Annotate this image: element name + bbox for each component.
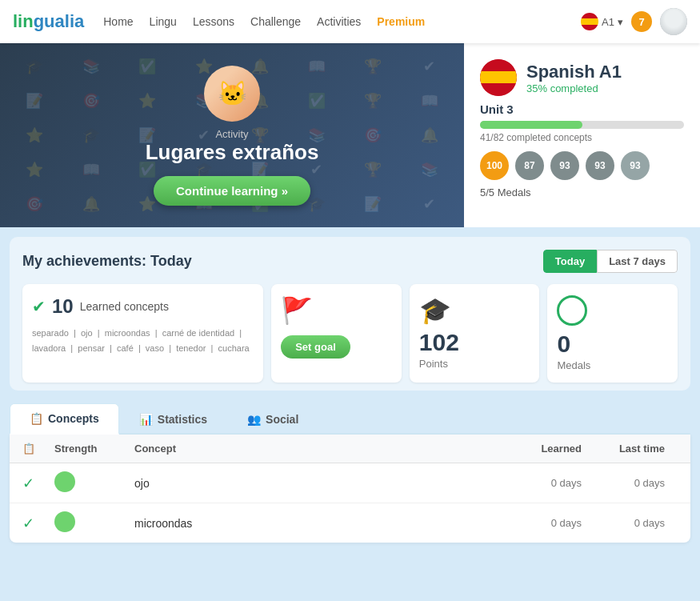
row-strength-ojo (54, 471, 134, 495)
statistics-tab-label: Statistics (158, 413, 207, 426)
medals-label: 5/5 Medals (480, 186, 531, 198)
bg-icon: ✔ (403, 51, 457, 82)
learned-count: 10 (52, 295, 74, 318)
navigation: lingualia Home Lingu Lessons Challenge A… (0, 0, 700, 43)
time-filter-tabs: Today Last 7 days (543, 250, 678, 273)
learned-header: ✔ 10 Learned concepts (32, 295, 169, 318)
medals-row: 100 87 93 93 93 5/5 Medals (480, 151, 684, 198)
medal-87: 87 (515, 151, 544, 180)
activity-title: Lugares extraños (146, 140, 319, 165)
nav-lingu[interactable]: Lingu (150, 15, 177, 28)
tab-social[interactable]: 👥 Social (227, 403, 318, 435)
header-check: 📋 (22, 443, 54, 455)
tab-statistics[interactable]: 📊 Statistics (119, 403, 227, 435)
book-icon: 📋 (22, 443, 35, 455)
progress-bar-bg (480, 121, 684, 129)
level-label: A1 (602, 16, 614, 28)
bg-icon: 🏆 (346, 86, 400, 117)
strength-dot-full (54, 511, 75, 532)
bg-icon: 🎓 (65, 120, 118, 151)
learned-label: Learned concepts (80, 300, 169, 313)
achievements-section: My achievements: Today Today Last 7 days… (10, 237, 690, 391)
course-info: Spanish A1 35% completed (526, 62, 622, 94)
bg-icon: 🔔 (65, 188, 118, 219)
circle-icon (557, 295, 587, 326)
course-flag (480, 59, 517, 96)
bg-icon: 📚 (65, 51, 118, 82)
row-learned-microondas: 0 days (486, 517, 582, 529)
bg-icon: 🏆 (346, 51, 400, 82)
learned-words: separado | ojo | microondas | carné de i… (32, 326, 250, 355)
medals-count: 0 (557, 331, 570, 358)
avatar[interactable] (660, 8, 687, 35)
bg-icon: ✅ (121, 51, 174, 82)
bg-icon: 📖 (65, 154, 118, 185)
table-row: ✓ ojo 0 days 0 days (10, 463, 690, 503)
row-lasttime-microondas: 0 days (582, 517, 678, 529)
row-check-icon: ✓ (22, 515, 54, 532)
header-concept: Concept (134, 443, 486, 455)
bg-icon: 🎯 (8, 188, 62, 219)
bg-icon: 📝 (8, 86, 62, 117)
medals-label: Medals (557, 359, 590, 371)
section-tabs: 📋 Concepts 📊 Statistics 👥 Social (10, 403, 690, 435)
course-completed-pct: 35% completed (526, 82, 622, 94)
today-tab-button[interactable]: Today (543, 250, 597, 273)
bg-icon: ⭐ (121, 86, 174, 117)
medal-100: 100 (480, 151, 509, 180)
flag-spain (581, 13, 598, 30)
medal-93b: 93 (586, 151, 614, 180)
hero-section: 🎓 📚 ✅ ⭐ 🔔 📖 🏆 ✔ 📝 🎯 ⭐ 📚 🔔 ✅ 🏆 📖 ⭐ 🎓 📝 ✔ … (0, 43, 700, 227)
tab-concepts[interactable]: 📋 Concepts (10, 403, 119, 435)
unit-label: Unit 3 (480, 102, 684, 116)
table-row: ✓ microondas 0 days 0 days (10, 503, 690, 543)
points-label: Points (419, 358, 448, 370)
nav-language-selector[interactable]: A1 ▾ (581, 13, 623, 30)
concepts-count: 41/82 completed concepts (480, 132, 684, 143)
graduation-icon: 🎓 (419, 295, 451, 326)
bg-icon: 📝 (346, 188, 400, 219)
set-goal-button[interactable]: Set goal (281, 335, 350, 359)
header-strength: Strength (54, 443, 134, 455)
bg-icon: 🔔 (403, 120, 457, 151)
concepts-table: 📋 Strength Concept Learned Last time ✓ o… (10, 435, 690, 543)
nav-premium[interactable]: Premium (377, 15, 425, 28)
flag-icon: 🚩 (281, 295, 313, 326)
bg-icon: ⭐ (8, 120, 62, 151)
bg-icon: 🎯 (65, 86, 118, 117)
continue-learning-button[interactable]: Continue learning » (154, 176, 310, 206)
nav-challenge[interactable]: Challenge (250, 15, 301, 28)
nav-activities[interactable]: Activities (317, 15, 361, 28)
bg-icon: ⭐ (8, 154, 62, 185)
logo[interactable]: lingualia (13, 11, 84, 32)
achievements-title: My achievements: Today (22, 253, 192, 270)
medal-93c: 93 (621, 151, 650, 180)
bg-icon: 📚 (403, 154, 457, 185)
course-header: Spanish A1 35% completed (480, 59, 684, 96)
row-learned-ojo: 0 days (486, 477, 582, 489)
nav-home[interactable]: Home (103, 15, 133, 28)
points-badge: 7 (631, 11, 652, 32)
medals-card: 0 Medals (547, 284, 678, 383)
points-card: 🎓 102 Points (410, 284, 540, 383)
concepts-tab-icon: 📋 (30, 412, 43, 425)
learned-concepts-card: ✔ 10 Learned concepts separado | ojo | m… (22, 284, 263, 383)
activity-image: 🐱 (204, 66, 260, 122)
header-lasttime: Last time (582, 443, 678, 455)
medal-93a: 93 (550, 151, 579, 180)
achievements-header: My achievements: Today Today Last 7 days (22, 250, 678, 273)
strength-dot-full (54, 471, 75, 492)
bg-icon: 📖 (290, 51, 344, 82)
last7days-tab-button[interactable]: Last 7 days (597, 250, 678, 273)
row-strength-microondas (54, 511, 134, 535)
bg-icon: 🎓 (8, 51, 62, 82)
avatar-image (660, 8, 687, 35)
nav-lessons[interactable]: Lessons (193, 15, 234, 28)
check-icon: ✔ (32, 297, 46, 316)
row-check-icon: ✓ (22, 475, 54, 492)
social-tab-icon: 👥 (247, 413, 261, 426)
points-count: 102 (419, 329, 459, 356)
nav-right: A1 ▾ 7 (581, 8, 687, 35)
bg-icon: 🏆 (346, 154, 400, 185)
course-title: Spanish A1 (526, 62, 622, 82)
